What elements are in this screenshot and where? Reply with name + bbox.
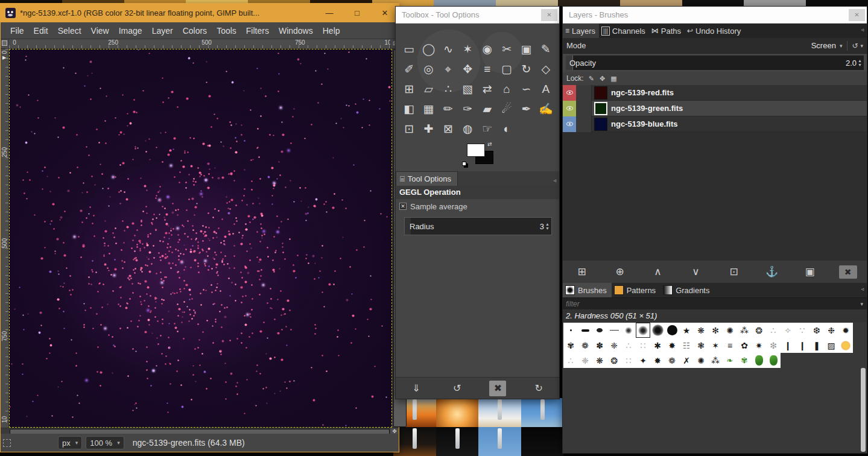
zoom-dropdown[interactable]: 100 %▾	[86, 436, 124, 449]
tab-channels[interactable]: |||Channels	[599, 24, 649, 38]
new-group-button[interactable]: ⊕	[611, 265, 629, 278]
delete-layer-button[interactable]: ✖	[839, 265, 857, 279]
brush-thumbnail[interactable]: ∴	[563, 353, 578, 368]
tool-blur-sharpen-icon[interactable]: ◍	[458, 119, 477, 139]
brush-thumbnail[interactable]: ❈	[578, 353, 592, 368]
brush-thumbnail[interactable]: ❙	[781, 338, 795, 353]
menu-image[interactable]: Image	[114, 22, 147, 39]
brush-thumbnail[interactable]	[578, 323, 592, 338]
brush-thumbnail[interactable]: ⁂	[708, 353, 723, 368]
menu-windows[interactable]: Windows	[274, 22, 318, 39]
brush-thumbnail[interactable]: ★	[679, 323, 694, 338]
tool-dodge-burn-icon[interactable]: ◐	[497, 119, 516, 139]
tool-heal-icon[interactable]: ✚	[419, 119, 438, 139]
anchor-layer-button[interactable]: ⚓	[763, 265, 781, 278]
unit-dropdown[interactable]: px▾	[58, 436, 82, 449]
canvas-image[interactable]	[9, 49, 392, 428]
tool-perspective-clone-icon[interactable]: ⊠	[439, 119, 458, 139]
brush-thumbnail[interactable]: ✺	[723, 323, 737, 338]
brush-thumbnail[interactable]	[636, 323, 650, 338]
ruler-corner-menu-button[interactable]	[1, 39, 9, 48]
navigation-button[interactable]: ✥	[390, 428, 399, 434]
new-layer-button[interactable]: ⊞	[573, 265, 591, 278]
tool-cage-transform-icon[interactable]: ⌂	[497, 79, 516, 99]
menu-select[interactable]: Select	[53, 22, 86, 39]
brush-thumbnail[interactable]: ✱	[650, 338, 665, 353]
brush-thumbnail[interactable]: ❁	[665, 353, 679, 368]
menu-colors[interactable]: Colors	[178, 22, 212, 39]
layer-row[interactable]: ngc-5139-blue.fits	[563, 116, 867, 132]
menu-filters[interactable]: Filters	[241, 22, 274, 39]
brush-thumbnail[interactable]: ✧	[781, 323, 795, 338]
brush-thumbnail[interactable]: ❆	[809, 323, 824, 338]
tool-smudge-icon[interactable]: ☞	[478, 119, 497, 139]
raise-layer-button[interactable]: ∧	[649, 265, 667, 278]
tool-flip-icon[interactable]: ⇄	[478, 79, 497, 99]
brush-thumbnail[interactable]: ∴	[621, 338, 636, 353]
default-colors-icon[interactable]	[462, 162, 466, 166]
tab-paths[interactable]: ⋈Paths	[649, 24, 685, 38]
tool-ink-icon[interactable]: ✒	[516, 99, 536, 119]
tool-zoom-icon[interactable]: ◎	[419, 59, 438, 79]
tool-clone-icon[interactable]: ⊡	[399, 119, 419, 139]
tab-layers[interactable]: ≡Layers	[563, 24, 599, 38]
brush-thumbnail[interactable]: ✸	[650, 353, 665, 368]
merge-layer-button[interactable]: ▣	[801, 265, 819, 278]
visibility-toggle[interactable]	[563, 85, 576, 101]
tool-bucket-fill-icon[interactable]: ◧	[399, 99, 419, 119]
chevron-down-icon[interactable]: ▾	[860, 43, 863, 49]
brush-thumbnail[interactable]: ✿	[737, 338, 752, 353]
brush-thumbnail[interactable]: ❂	[607, 353, 621, 368]
tool-rectangle-select-icon[interactable]: ▭	[399, 39, 419, 59]
brush-thumbnail[interactable]: ∴	[766, 323, 781, 338]
sample-average-checkbox[interactable]: ✕	[399, 203, 407, 210]
tool-color-picker-icon[interactable]: ✐	[399, 59, 419, 79]
brush-thumbnail[interactable]: ✺	[694, 353, 708, 368]
menu-file[interactable]: File	[5, 22, 29, 39]
menu-layer[interactable]: Layer	[147, 22, 178, 39]
duplicate-layer-button[interactable]: ⊡	[725, 265, 743, 278]
lower-layer-button[interactable]: ∨	[687, 265, 705, 278]
brush-thumbnail[interactable]: ❁	[578, 338, 592, 353]
brush-thumbnail[interactable]	[621, 323, 636, 338]
radius-spinner[interactable]: ▲▼	[545, 222, 550, 230]
tab-patterns[interactable]: Patterns	[612, 283, 661, 297]
quick-mask-toggle[interactable]	[3, 439, 11, 447]
tool-ellipse-select-icon[interactable]: ◯	[419, 39, 438, 59]
foreground-color-swatch[interactable]	[467, 144, 485, 157]
brush-thumbnail[interactable]: ❉	[824, 323, 838, 338]
swap-colors-icon[interactable]: ⇄	[487, 141, 492, 147]
tool-move-icon[interactable]: ✥	[458, 59, 477, 79]
tool-measure-icon[interactable]: ⌖	[439, 59, 458, 79]
panel-menu-icon[interactable]: ◃	[553, 177, 559, 186]
opacity-slider[interactable]: Opacity 2.0 ▲▼	[565, 55, 864, 71]
brush-thumbnail[interactable]: ⁂	[737, 323, 752, 338]
tool-free-select-icon[interactable]: ∿	[439, 39, 458, 59]
brush-filter-input[interactable]	[563, 300, 860, 308]
brush-thumbnail[interactable]: ✻	[708, 323, 723, 338]
close-button[interactable]: ✕	[849, 9, 865, 21]
brush-thumbnail[interactable]: ✦	[636, 353, 650, 368]
tool-shear-icon[interactable]: ▱	[419, 79, 438, 99]
tool-text-icon[interactable]: A	[536, 79, 556, 99]
layer-row[interactable]: ngc-5139-green.fits	[563, 101, 867, 116]
mode-switch-icon[interactable]: ↺	[852, 42, 858, 50]
sample-average-row[interactable]: ✕ Sample average	[396, 199, 559, 214]
tab-tool-options[interactable]: ⌸ Tool Options	[396, 171, 458, 186]
brush-thumbnail[interactable]	[607, 323, 621, 338]
brush-thumbnail[interactable]: ❋	[694, 323, 708, 338]
tool-unified-transform-icon[interactable]: ⊞	[399, 79, 419, 99]
brush-thumbnail[interactable]	[665, 323, 679, 338]
radius-slider[interactable]: Radius 3 ▲▼	[404, 217, 552, 235]
lock-alpha-icon[interactable]: ▦	[610, 75, 616, 83]
maximize-button[interactable]: □	[343, 4, 371, 22]
menu-help[interactable]: Help	[318, 22, 345, 39]
tool-align-icon[interactable]: ≡	[478, 59, 497, 79]
brush-thumbnail[interactable]: ✷	[752, 338, 766, 353]
tool-paintbrush-icon[interactable]: ✑	[458, 99, 477, 119]
menu-edit[interactable]: Edit	[29, 22, 53, 39]
visibility-toggle[interactable]	[563, 101, 576, 116]
lock-pixels-icon[interactable]: ✎	[589, 75, 594, 83]
brush-thumbnail[interactable]: ❋	[592, 353, 607, 368]
delete-tool-preset[interactable]: ✖	[489, 381, 506, 396]
